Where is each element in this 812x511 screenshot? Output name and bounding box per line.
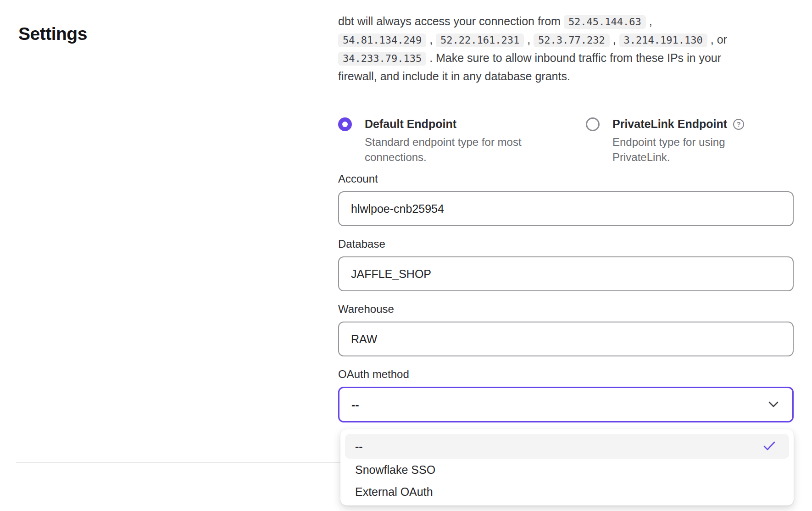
help-icon[interactable]: ? xyxy=(733,118,745,130)
note-text: , xyxy=(646,15,652,28)
endpoint-option-text: Default EndpointStandard endpoint type f… xyxy=(365,116,539,165)
oauth-method-field-group: OAuth method -- xyxy=(338,367,794,422)
check-icon xyxy=(763,441,775,451)
oauth-method-label: OAuth method xyxy=(338,367,794,381)
ip-chip: 52.22.161.231 xyxy=(436,33,524,47)
note-text: , or xyxy=(707,33,727,46)
database-field-group: Database xyxy=(338,237,794,291)
radio-selected-icon[interactable] xyxy=(338,117,352,131)
account-label: Account xyxy=(338,172,794,186)
note-text: . Make sure to allow inbound traffic fro… xyxy=(426,51,721,64)
endpoint-radio-group: Default EndpointStandard endpoint type f… xyxy=(338,116,801,165)
note-text: , xyxy=(426,33,436,46)
note-text: dbt will always access your connection f… xyxy=(338,15,564,28)
oauth-option-label: -- xyxy=(355,440,363,453)
warehouse-label: Warehouse xyxy=(338,302,794,316)
chevron-down-icon xyxy=(768,401,779,408)
endpoint-option-privatelink-endpoint[interactable]: PrivateLink Endpoint?Endpoint type for u… xyxy=(586,116,745,165)
radio-dot xyxy=(342,122,348,127)
oauth-method-dropdown: --Snowflake SSOExternal OAuth xyxy=(340,429,794,505)
warehouse-field-group: Warehouse xyxy=(338,302,794,356)
oauth-option-label: External OAuth xyxy=(355,485,433,499)
page-title: Settings xyxy=(18,24,87,44)
ip-chip: 3.214.191.130 xyxy=(619,33,707,47)
note-text: , xyxy=(524,33,534,46)
note-text: , xyxy=(610,33,619,46)
ip-chip: 52.3.77.232 xyxy=(534,33,610,47)
database-input[interactable] xyxy=(338,256,794,291)
radio-unselected-icon[interactable] xyxy=(586,117,600,131)
endpoint-option-label-text: PrivateLink Endpoint xyxy=(612,116,727,132)
database-label: Database xyxy=(338,237,794,251)
endpoint-option-text: PrivateLink Endpoint?Endpoint type for u… xyxy=(612,116,745,165)
account-input[interactable] xyxy=(338,191,794,226)
endpoint-option-default-endpoint[interactable]: Default EndpointStandard endpoint type f… xyxy=(338,116,586,165)
endpoint-option-label-text: Default Endpoint xyxy=(365,116,456,132)
endpoint-option-label: PrivateLink Endpoint? xyxy=(612,116,745,132)
ip-chip: 54.81.134.249 xyxy=(338,33,426,47)
svg-text:?: ? xyxy=(736,120,740,128)
connection-note: dbt will always access your connection f… xyxy=(338,12,799,85)
oauth-option-none[interactable]: -- xyxy=(345,434,789,459)
oauth-method-selected-value: -- xyxy=(351,398,359,411)
endpoint-option-description: Endpoint type for using PrivateLink. xyxy=(612,134,745,165)
warehouse-input[interactable] xyxy=(338,322,794,356)
oauth-method-select[interactable]: -- xyxy=(338,387,794,422)
oauth-option-snowflake-sso[interactable]: Snowflake SSO xyxy=(345,459,789,481)
account-field-group: Account xyxy=(338,172,794,226)
endpoint-option-label: Default Endpoint xyxy=(365,116,539,132)
ip-chip: 52.45.144.63 xyxy=(564,15,646,29)
ip-chip: 34.233.79.135 xyxy=(338,52,426,66)
endpoint-option-description: Standard endpoint type for most connecti… xyxy=(365,134,539,165)
note-text: firewall, and include it in any database… xyxy=(338,70,570,83)
oauth-option-label: Snowflake SSO xyxy=(355,463,435,477)
oauth-option-external-oauth[interactable]: External OAuth xyxy=(345,481,789,503)
